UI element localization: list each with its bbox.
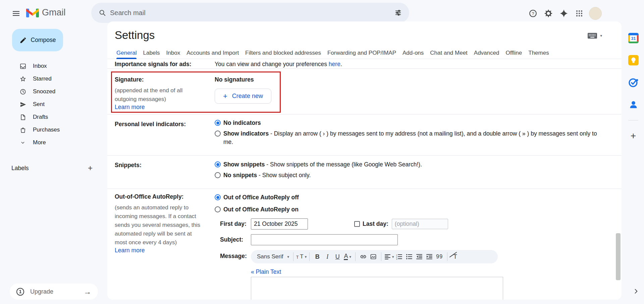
gmail-logo[interactable]: Gmail — [26, 7, 66, 18]
radio-selected-icon[interactable] — [215, 120, 221, 126]
radio-unselected-icon[interactable] — [215, 206, 221, 212]
keep-button[interactable] — [626, 53, 640, 67]
out-of-office-learn-more-link[interactable]: Learn more — [115, 247, 145, 254]
last-day-checkbox[interactable] — [354, 221, 360, 227]
radio-unselected-icon[interactable] — [215, 131, 221, 137]
tab-inbox[interactable]: Inbox — [166, 47, 180, 59]
underline-button[interactable]: U — [332, 252, 342, 262]
out-of-office-description: (sends an automated reply to incoming me… — [115, 203, 201, 247]
settings-button[interactable] — [541, 6, 556, 21]
preferences-here-link[interactable]: here — [329, 61, 340, 67]
upgrade-button[interactable]: 1 Upgrade → — [10, 284, 98, 300]
out-of-office-content: Out of Office AutoReply off Out of Offic… — [215, 193, 622, 300]
main-menu-button[interactable] — [8, 5, 24, 21]
contacts-button[interactable] — [626, 97, 640, 111]
sidebar-item-snoozed[interactable]: Snoozed — [0, 85, 87, 98]
align-left-icon — [384, 254, 391, 260]
outdent-button[interactable] — [414, 252, 424, 262]
search-input[interactable] — [110, 9, 390, 17]
radio-selected-icon[interactable] — [215, 161, 221, 167]
gemini-button[interactable] — [556, 6, 572, 21]
tab-filters-and-blocked-addresses[interactable]: Filters and blocked addresses — [245, 47, 321, 59]
image-icon — [370, 253, 377, 260]
quote-button[interactable]: 99 — [434, 252, 444, 262]
get-add-ons-button[interactable]: + — [631, 131, 636, 141]
tune-icon — [394, 9, 402, 16]
sidebar-item-label: Snoozed — [33, 88, 55, 95]
show-indicators-label: Show indicators — [223, 130, 269, 137]
tab-offline[interactable]: Offline — [505, 47, 522, 59]
create-label-button[interactable]: + — [85, 162, 96, 174]
keyboard-icon — [587, 32, 597, 39]
sidebar-item-drafts[interactable]: Drafts — [0, 111, 87, 123]
first-day-input[interactable] — [251, 218, 308, 230]
sidebar-item-label: Sent — [33, 101, 45, 108]
no-indicators-option[interactable]: No indicators — [215, 119, 608, 127]
show-side-panel-button[interactable] — [630, 285, 642, 297]
chevron-right-icon — [633, 288, 639, 295]
remove-formatting-button[interactable]: T — [450, 252, 460, 262]
signature-learn-more-link[interactable]: Learn more — [115, 104, 145, 110]
show-snippets-option[interactable]: Show snippets - Show snippets of the mes… — [215, 160, 608, 169]
autoreply-on-label: Out of Office AutoReply on — [223, 206, 299, 213]
search-bar — [91, 3, 409, 23]
align-button[interactable]: ▾ — [384, 252, 394, 262]
tab-general[interactable]: General — [116, 47, 137, 59]
numbered-list-button[interactable]: 123 — [394, 252, 404, 262]
bold-button[interactable]: B — [312, 252, 322, 262]
account-avatar[interactable] — [589, 7, 602, 20]
star-icon — [19, 75, 27, 83]
scrollbar-thumb[interactable] — [616, 233, 621, 280]
last-day-input[interactable] — [392, 219, 448, 229]
signature-label: Signature: — [115, 76, 215, 83]
caret-down-icon: ▾ — [392, 255, 394, 259]
text-color-button[interactable]: A▾ — [342, 252, 353, 262]
font-size-button[interactable]: TT▾ — [296, 252, 307, 262]
sidebar-item-inbox[interactable]: Inbox — [0, 60, 87, 72]
tasks-button[interactable] — [626, 75, 640, 89]
no-snippets-option[interactable]: No snippets - Show subject only. — [215, 171, 608, 180]
sidebar-item-starred[interactable]: Starred — [0, 72, 87, 85]
tab-labels[interactable]: Labels — [143, 47, 160, 59]
out-of-office-row: Out-of-Office AutoReply: (sends an autom… — [107, 189, 622, 300]
caret-down-icon: ▾ — [305, 255, 307, 259]
bulleted-list-button[interactable] — [404, 252, 414, 262]
show-indicators-option[interactable]: Show indicators - Display an arrow ( › )… — [215, 130, 608, 146]
search-options-button[interactable] — [390, 5, 406, 20]
search-button[interactable] — [95, 5, 110, 20]
apps-button[interactable] — [572, 6, 587, 21]
autoreply-off-option[interactable]: Out of Office AutoReply off — [215, 193, 608, 202]
radio-unselected-icon[interactable] — [215, 172, 221, 178]
create-new-label: Create new — [232, 93, 263, 100]
importance-signals-text: You can view and change your preferences… — [215, 59, 622, 68]
radio-selected-icon[interactable] — [215, 194, 221, 200]
compose-button[interactable]: Compose — [12, 29, 63, 51]
sidebar-item-purchases[interactable]: Purchases — [0, 123, 87, 136]
create-new-signature-button[interactable]: + Create new — [215, 89, 271, 104]
insert-image-button[interactable] — [368, 252, 378, 262]
tab-forwarding-and-pop-imap[interactable]: Forwarding and POP/IMAP — [327, 47, 396, 59]
caret-down-icon: ▾ — [287, 255, 289, 259]
indent-button[interactable] — [424, 252, 434, 262]
insert-link-button[interactable] — [358, 252, 368, 262]
sidebar-item-sent[interactable]: Sent — [0, 98, 87, 111]
autoreply-on-option[interactable]: Out of Office AutoReply on — [215, 205, 608, 214]
tab-add-ons[interactable]: Add-ons — [402, 47, 424, 59]
sidebar-item-more[interactable]: More — [0, 136, 87, 149]
font-family-select[interactable]: Sans Serif▾ — [256, 252, 290, 262]
subject-label: Subject: — [220, 236, 251, 243]
help-button[interactable]: ? — [525, 6, 541, 21]
input-tools-toggle[interactable]: ▾ — [587, 32, 602, 39]
send-icon — [19, 101, 27, 108]
italic-button[interactable]: I — [322, 252, 332, 262]
calendar-button[interactable]: 31 — [626, 31, 640, 45]
text-color-icon: A — [344, 253, 348, 260]
tab-themes[interactable]: Themes — [528, 47, 549, 59]
subject-input[interactable] — [251, 234, 398, 245]
autoreply-message-textarea[interactable] — [251, 277, 503, 300]
plain-text-link[interactable]: « Plain Text — [251, 268, 281, 275]
font-family-value: Sans Serif — [257, 253, 283, 260]
tab-chat-and-meet[interactable]: Chat and Meet — [430, 47, 468, 59]
tab-advanced[interactable]: Advanced — [474, 47, 499, 59]
tab-accounts-and-import[interactable]: Accounts and Import — [186, 47, 239, 59]
